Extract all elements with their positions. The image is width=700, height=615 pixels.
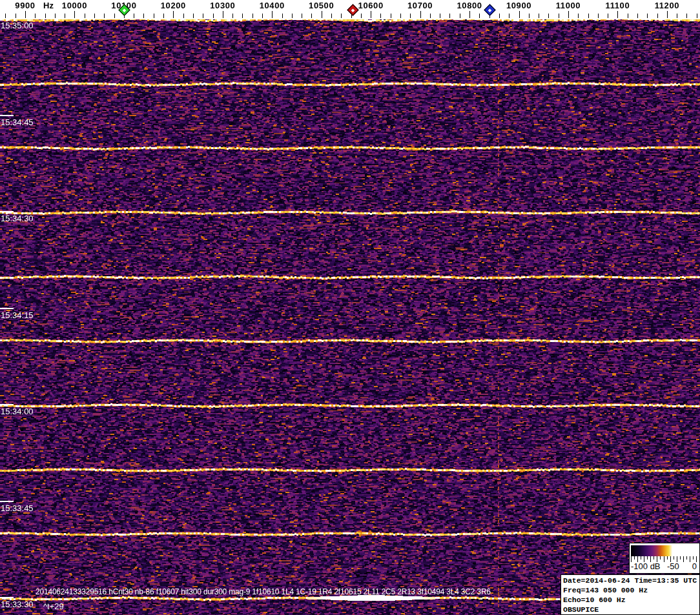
- meteor-spectrogram-app: Hz 9900100001010010200103001040010500106…: [0, 0, 700, 615]
- time-label-15:34:15: 15:34:15: [1, 310, 34, 320]
- time-offset-marker: ^t+29: [43, 601, 64, 611]
- colorbar-tick: [654, 556, 654, 560]
- time-tick-15:34:30: [0, 211, 14, 212]
- time-tick-15:34:45: [0, 115, 14, 116]
- time-label-15:35:00: 15:35:00: [1, 21, 34, 30]
- info-frequency: Freq=143 050 000 Hz: [563, 585, 699, 595]
- colorbar-tick: [693, 556, 694, 560]
- time-label-15:33:45: 15:33:45: [1, 503, 34, 513]
- axis-label-10700: 10700: [407, 1, 433, 10]
- axis-label-10900: 10900: [506, 1, 531, 10]
- time-tick-15:33:30: [0, 597, 14, 598]
- station-info-box: Date=2014-06-24 Time=13:35 UTC Freq=143 …: [561, 574, 700, 615]
- axis-label-10000: 10000: [62, 1, 87, 10]
- colorbar-tick: [667, 556, 668, 560]
- time-label-15:34:00: 15:34:00: [1, 407, 34, 416]
- detection-log-text: 20140624133329516 hCnt30 nb-86 f10607 hi…: [36, 587, 491, 596]
- marker-blue-diamond-center-dot: [488, 8, 492, 12]
- colorbar-gradient: [631, 545, 697, 556]
- info-echo: Echo=10 600 Hz: [563, 595, 699, 605]
- axis-label-11000: 11000: [556, 1, 581, 10]
- colorbar-labels: -100 dB -50 0: [630, 561, 698, 572]
- colorbar-tick: [634, 556, 635, 560]
- colorbar-tick: [686, 556, 687, 560]
- axis-label-10300: 10300: [210, 1, 235, 10]
- colorbar-tick: [680, 556, 681, 560]
- axis-label-9900: 9900: [15, 1, 35, 10]
- frequency-unit-label: Hz: [43, 1, 54, 10]
- time-tick-15:33:45: [0, 501, 14, 502]
- spectrogram-waterfall[interactable]: [0, 19, 700, 615]
- time-tick-15:34:00: [0, 404, 14, 405]
- axis-label-10600: 10600: [358, 1, 384, 10]
- axis-label-11200: 11200: [655, 1, 679, 10]
- frequency-axis: Hz 9900100001010010200103001040010500106…: [0, 0, 700, 19]
- time-label-15:33:30: 15:33:30: [1, 600, 34, 609]
- colorbar-label-mid: -50: [667, 561, 679, 571]
- colorbar-legend: -100 dB -50 0: [629, 543, 700, 574]
- colorbar-tick: [647, 556, 648, 560]
- info-date-time: Date=2014-06-24 Time=13:35 UTC: [563, 576, 699, 585]
- colorbar-tick: [641, 556, 641, 560]
- axis-label-11100: 11100: [606, 1, 630, 10]
- marker-green-diamond-center-dot: [123, 8, 127, 12]
- info-station: OBSUPICE: [563, 605, 699, 614]
- axis-label-10800: 10800: [457, 1, 482, 10]
- axis-label-10200: 10200: [161, 1, 186, 10]
- axis-label-10500: 10500: [309, 1, 334, 10]
- colorbar-tick: [660, 556, 661, 560]
- colorbar-label-max: 0: [692, 561, 697, 571]
- time-label-15:34:45: 15:34:45: [1, 117, 34, 127]
- axis-label-10400: 10400: [260, 1, 285, 10]
- time-label-15:34:30: 15:34:30: [1, 214, 34, 223]
- time-tick-15:34:15: [0, 308, 14, 309]
- colorbar-tick: [674, 556, 674, 560]
- colorbar-label-min: -100 dB: [631, 561, 661, 571]
- marker-red-diamond-center-dot: [351, 8, 355, 12]
